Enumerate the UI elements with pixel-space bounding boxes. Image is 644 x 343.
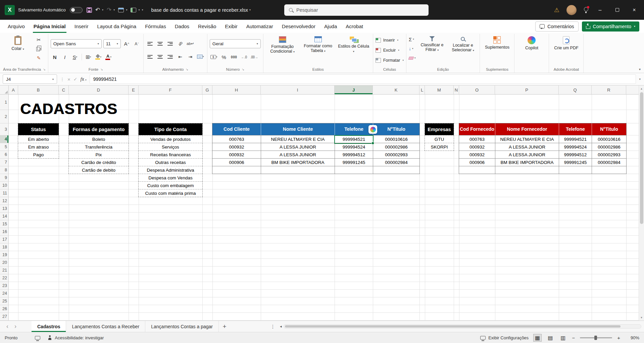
clipboard-dialog-launcher[interactable]: ↘ — [43, 68, 46, 71]
row-header-14[interactable]: 14 — [0, 213, 9, 220]
row-header-19[interactable]: 19 — [0, 251, 9, 259]
account-types-item[interactable]: Receitas financeiras — [139, 151, 202, 158]
cancel-entry-button[interactable]: × — [67, 76, 70, 82]
ribbon-tab-ajuda[interactable]: Ajuda — [320, 20, 341, 33]
sheet-tab-lancamentos-contas-a-receber[interactable]: Lançamentos Contas a Receber — [66, 321, 145, 332]
clients-cell[interactable] — [212, 166, 261, 174]
column-header-k[interactable]: K — [373, 85, 419, 94]
row-header-16[interactable]: 16 — [0, 228, 9, 236]
clients-cell[interactable]: BM BIKE IMPORTADORA — [261, 158, 335, 166]
align-left-button[interactable] — [146, 53, 154, 61]
suppliers-cell[interactable]: BM BIKE IMPORTADORA — [495, 158, 559, 166]
row-header-26[interactable]: 26 — [0, 305, 9, 313]
hscroll-left-icon[interactable]: ◂ — [280, 324, 282, 329]
lightbulb-icon[interactable] — [584, 7, 588, 13]
clients-column-header[interactable]: Cod Cliente — [212, 123, 261, 135]
vertical-scrollbar[interactable]: ▴ ▾ — [639, 85, 644, 321]
suppliers-cell[interactable] — [495, 166, 559, 174]
horizontal-scroll-thumb[interactable] — [285, 325, 621, 328]
align-right-button[interactable] — [166, 53, 175, 61]
search-box[interactable]: Pesquisar — [284, 4, 429, 16]
comments-button[interactable]: Comentários — [535, 21, 578, 32]
suppliers-cell[interactable]: 999991245 — [559, 158, 592, 166]
bold-button[interactable]: N — [51, 53, 59, 61]
ribbon-tab-inserir[interactable]: Inserir — [70, 20, 93, 33]
clients-cell[interactable]: 000010616 — [373, 135, 419, 143]
account-types-item[interactable]: Custo com embalagem — [139, 181, 202, 189]
user-avatar[interactable] — [566, 5, 577, 15]
merge-center-button[interactable]: ↔▾ — [196, 53, 205, 61]
display-icon[interactable] — [35, 336, 40, 340]
orientation-button[interactable]: ab — [176, 40, 185, 48]
suppliers-cell[interactable]: 999994512 — [559, 151, 592, 158]
clients-cell[interactable]: 999994524 — [335, 143, 373, 151]
share-button[interactable]: Compartilhamento ▾ — [582, 21, 639, 32]
name-box[interactable]: J4 ▾ — [3, 74, 57, 84]
clients-cell[interactable] — [335, 166, 373, 174]
find-select-button[interactable]: Localizar e Selecionar ▾ — [448, 35, 477, 53]
suppliers-cell[interactable]: 999994521 — [559, 135, 592, 143]
account-types-item[interactable]: Outras receitas — [139, 158, 202, 166]
account-types-item[interactable]: Despesa com Vendas — [139, 174, 202, 181]
suppliers-cell[interactable]: 000010616 — [592, 135, 626, 143]
select-all-corner[interactable] — [0, 85, 9, 94]
suppliers-cell[interactable]: 000002993 — [592, 151, 626, 158]
copilot-cell-button[interactable] — [368, 125, 377, 134]
redo-caret-icon[interactable]: ▾ — [113, 8, 115, 11]
ribbon-tab-pagina-inicial[interactable]: Página Inicial — [29, 20, 70, 33]
suppliers-cell[interactable]: 000002984 — [592, 158, 626, 166]
clients-cell[interactable]: 000002993 — [373, 151, 419, 158]
payment-methods-item[interactable]: Transferência — [69, 143, 129, 151]
clients-cell[interactable]: 000932 — [212, 151, 261, 158]
suppliers-cell[interactable]: NEREU ALTMAYER E CIA — [495, 135, 559, 143]
suppliers-column-header[interactable]: Cod Fornecedo — [459, 123, 495, 135]
font-dialog-launcher[interactable]: ↘ — [100, 68, 103, 71]
account-types-item[interactable]: Despesa Administrativa — [139, 166, 202, 174]
confirm-entry-button[interactable]: ✓ — [73, 76, 78, 82]
ribbon-tab-exibir[interactable]: Exibir — [220, 20, 242, 33]
ribbon-tab-revisao[interactable]: Revisão — [194, 20, 220, 33]
collapse-ribbon-button[interactable]: ▾ — [639, 67, 641, 71]
row-header-9[interactable]: 9 — [0, 174, 9, 182]
horizontal-scrollbar[interactable] — [284, 324, 641, 329]
clients-cell[interactable]: 000002984 — [373, 158, 419, 166]
column-header-l[interactable]: L — [419, 85, 425, 94]
conditional-formatting-button[interactable]: Formatação Condicional ▾ — [266, 35, 299, 55]
suppliers-column-header[interactable]: Nome Fornecedor — [495, 123, 559, 135]
autosum-button[interactable]: Σ — [409, 37, 412, 42]
display-settings-button[interactable]: Exibir Configurações — [480, 335, 529, 340]
payment-methods-item[interactable]: Cartão de debito — [69, 166, 129, 174]
excel-logo-icon[interactable]: X — [5, 5, 15, 15]
align-middle-button[interactable] — [156, 40, 164, 48]
row-header-27[interactable]: 27 — [0, 313, 9, 321]
warning-icon[interactable]: ⚠ — [554, 6, 559, 14]
format-cells-button[interactable]: Formatar▾ — [376, 56, 404, 65]
row-header-7[interactable]: 7 — [0, 159, 9, 166]
scroll-down-icon[interactable]: ▾ — [639, 316, 644, 319]
new-sheet-button[interactable]: + — [219, 323, 230, 330]
qat-table-caret-icon[interactable]: ▾ — [126, 8, 127, 11]
payment-methods-header[interactable]: Formas de pagamento — [69, 123, 129, 135]
clients-column-header[interactable]: N°Titulo — [373, 123, 419, 135]
increase-decimal-button[interactable]: ←.0 — [240, 53, 248, 61]
wrap-text-button[interactable]: ab↵ — [186, 40, 195, 48]
formula-input[interactable]: 999994521 — [90, 74, 636, 84]
row-header-12[interactable]: 12 — [0, 197, 9, 205]
number-format-select[interactable]: Geral▾ — [210, 39, 261, 48]
increase-indent-button[interactable]: ⇥ — [186, 53, 195, 61]
clear-button[interactable] — [409, 56, 413, 61]
clients-column-header[interactable]: Telefone — [335, 123, 373, 135]
page-break-view-button[interactable]: ▥ — [559, 334, 567, 341]
row-header-15[interactable]: 15 — [0, 220, 9, 228]
increase-font-button[interactable]: A^ — [122, 40, 131, 48]
column-header-r[interactable]: R — [592, 85, 626, 94]
formula-bar-handle[interactable]: ⋮ — [60, 77, 64, 82]
account-types-item[interactable]: Serviços — [139, 143, 202, 151]
account-types-item[interactable]: Custo com matéria prima — [139, 189, 202, 197]
clients-cell[interactable]: 000932 — [212, 143, 261, 151]
percent-style-button[interactable]: % — [220, 53, 228, 61]
ribbon-tab-dados[interactable]: Dados — [170, 20, 194, 33]
status-item[interactable]: Em aberto — [18, 135, 59, 143]
clients-cell[interactable] — [261, 166, 335, 174]
decrease-font-button[interactable]: Aˇ — [133, 40, 141, 48]
